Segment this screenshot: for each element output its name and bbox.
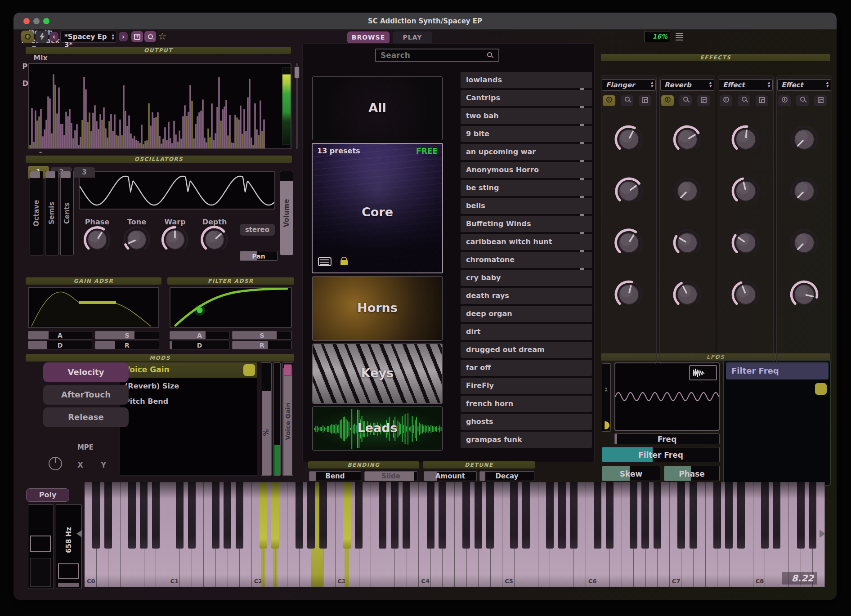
- oscillator-volume-slider[interactable]: Volume: [280, 171, 293, 255]
- effect-power-button[interactable]: [603, 95, 615, 106]
- lfo-filter-freq-slider[interactable]: Filter Freq: [602, 447, 720, 462]
- lfo-display[interactable]: [614, 362, 720, 431]
- effect-routing-button[interactable]: [639, 95, 651, 106]
- black-key[interactable]: [558, 482, 566, 549]
- black-key[interactable]: [522, 482, 530, 549]
- black-key[interactable]: [690, 482, 697, 549]
- mods-button-release[interactable]: Release: [43, 407, 129, 427]
- black-key[interactable]: [152, 482, 160, 549]
- search-input[interactable]: [376, 49, 498, 61]
- black-key[interactable]: [296, 482, 303, 549]
- search-box[interactable]: [375, 49, 499, 62]
- mpe-x-button[interactable]: X: [77, 460, 83, 469]
- preset-name-box[interactable]: *Spacey Ep 3* ▲▼: [60, 31, 117, 43]
- wheel-handle[interactable]: [30, 536, 51, 552]
- mpe-bolt-button[interactable]: [36, 31, 48, 43]
- pitch-slider-octave[interactable]: Octave: [30, 171, 43, 255]
- effect-knob-slot3-4[interactable]: [731, 280, 760, 309]
- effect-type-dropdown[interactable]: Flanger▲▼: [602, 79, 656, 91]
- effect-routing-button[interactable]: [814, 95, 827, 106]
- lfo-shape-selector[interactable]: [689, 365, 717, 380]
- effect-knob-slot3-1[interactable]: [731, 125, 760, 154]
- black-key[interactable]: [188, 482, 196, 549]
- category-card-keys[interactable]: Keys: [312, 344, 443, 404]
- preset-item[interactable]: be sting: [461, 180, 592, 196]
- black-key[interactable]: [104, 482, 112, 549]
- preset-item[interactable]: grampas funk: [461, 432, 592, 448]
- prev-preset-button[interactable]: ‹: [49, 32, 58, 41]
- piano-keyboard[interactable]: C0C1C2C3C4C5C6C7C8: [85, 482, 825, 587]
- black-key[interactable]: [594, 482, 601, 549]
- effect-type-dropdown[interactable]: Effect▲▼: [719, 79, 773, 91]
- output-volume-slider[interactable]: [294, 63, 300, 149]
- black-key[interactable]: [307, 482, 315, 549]
- oscillator-wave-display[interactable]: [79, 171, 275, 210]
- preset-item[interactable]: bells: [461, 198, 592, 214]
- black-key[interactable]: [271, 482, 279, 549]
- black-key[interactable]: [475, 482, 482, 549]
- osc-knob-phase[interactable]: [83, 226, 111, 254]
- effect-zoom-button[interactable]: [621, 95, 633, 106]
- slider-thumb[interactable]: [284, 364, 292, 376]
- effect-type-dropdown[interactable]: Effect▲▼: [777, 79, 831, 91]
- preset-item[interactable]: two bah: [461, 108, 592, 124]
- category-card-all[interactable]: All: [312, 76, 443, 140]
- filter-adsr-slider-r[interactable]: R: [232, 341, 292, 349]
- black-key[interactable]: [236, 482, 243, 549]
- osc-knob-warp[interactable]: [161, 226, 189, 254]
- lfo-freq-slider[interactable]: Freq: [614, 433, 720, 444]
- effect-knob-freq[interactable]: [614, 280, 643, 309]
- preset-item[interactable]: Cantrips: [461, 90, 592, 106]
- black-key[interactable]: [641, 482, 649, 549]
- filter-envelope-display[interactable]: [170, 287, 292, 328]
- effect-knob-depth[interactable]: [614, 177, 643, 205]
- effect-knob-mix[interactable]: [614, 125, 643, 154]
- black-key[interactable]: [606, 482, 614, 549]
- keyboard-scroll-right[interactable]: [820, 530, 825, 538]
- gain-adsr-slider-a[interactable]: A: [28, 331, 92, 339]
- black-key[interactable]: [654, 482, 661, 549]
- effect-knob-damping[interactable]: [673, 280, 702, 309]
- mod-wheel[interactable]: 658 Hz: [56, 504, 82, 589]
- bending-slider-slide[interactable]: Slide: [364, 471, 417, 481]
- black-key[interactable]: [403, 482, 410, 549]
- bending-slider-bend[interactable]: Bend: [309, 471, 361, 481]
- black-key[interactable]: [546, 482, 554, 549]
- category-card-horns[interactable]: Horns: [312, 276, 443, 341]
- black-key[interactable]: [486, 482, 494, 549]
- mpe-knob[interactable]: [49, 457, 65, 473]
- preset-item[interactable]: 9 bite: [461, 126, 592, 142]
- osc-knob-tone[interactable]: [123, 226, 151, 254]
- lfo-amount-slider[interactable]: ✂: [602, 363, 611, 432]
- black-key[interactable]: [224, 482, 231, 549]
- stereo-button[interactable]: stereo: [240, 224, 275, 236]
- preset-stepper-icon[interactable]: ▲▼: [112, 33, 114, 40]
- lfo-target-header[interactable]: Filter Freq: [726, 362, 829, 379]
- preset-item[interactable]: Anonymous Horro: [461, 162, 592, 178]
- filter-adsr-slider-a[interactable]: A: [170, 331, 229, 339]
- black-key[interactable]: [176, 482, 184, 549]
- effect-knob-slot3-3[interactable]: [731, 228, 760, 257]
- effect-type-dropdown[interactable]: Reverb▲▼: [660, 79, 714, 91]
- poly-button[interactable]: Poly: [26, 488, 69, 502]
- preset-item[interactable]: caribbean witch hunt: [461, 234, 592, 250]
- effect-power-button[interactable]: [661, 95, 674, 106]
- mod-slot-header[interactable]: Voice Gain: [120, 362, 257, 378]
- mpe-y-button[interactable]: Y: [101, 460, 106, 469]
- black-key[interactable]: [128, 482, 136, 549]
- effect-knob-size[interactable]: [673, 228, 702, 257]
- preset-item[interactable]: drugged out dream: [461, 342, 592, 358]
- black-key[interactable]: [343, 482, 351, 549]
- preset-item[interactable]: Buffeting Winds: [461, 216, 592, 232]
- filter-adsr-slider-d[interactable]: D: [170, 341, 229, 349]
- voice-gain-slider[interactable]: Voice Gain: [282, 362, 293, 476]
- preset-item[interactable]: lowlands: [461, 72, 592, 88]
- black-key[interactable]: [713, 482, 721, 549]
- pan-slider[interactable]: Pan: [240, 251, 278, 261]
- detune-slider-amount[interactable]: Amount: [424, 471, 477, 481]
- mod-slot-item[interactable]: (Reverb) Size: [125, 382, 179, 390]
- preset-item[interactable]: ghosts: [461, 414, 592, 430]
- gain-envelope-display[interactable]: [28, 287, 159, 328]
- preset-item[interactable]: FireFly: [461, 378, 592, 394]
- black-key[interactable]: [725, 482, 733, 549]
